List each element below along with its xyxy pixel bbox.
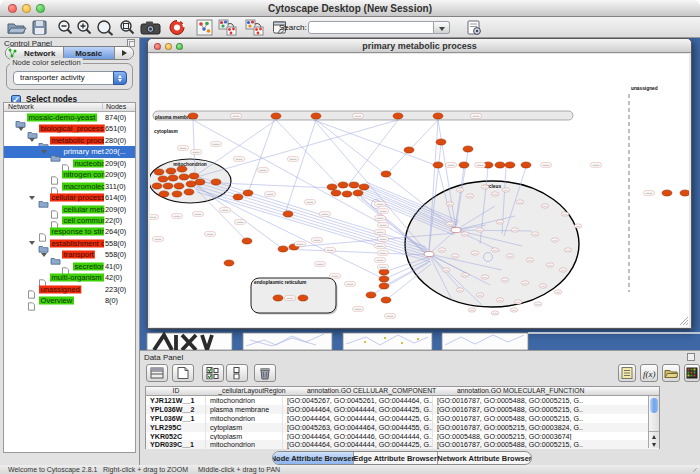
data-panel-float-icon[interactable] [687, 353, 695, 361]
tree-row[interactable]: multi-organism pro42(0) [4, 272, 135, 283]
table-cell[interactable]: mitochondrion [206, 414, 283, 423]
node[interactable] [243, 190, 253, 196]
import-attributes-icon[interactable] [662, 364, 680, 382]
node[interactable] [379, 283, 389, 289]
table-cell[interactable]: cytoplasm [206, 432, 283, 441]
color-attribute-dropdown[interactable]: transporter activity [13, 71, 127, 85]
tree-row[interactable]: nucleobase-209(0) [4, 158, 135, 169]
expand-triangle-icon[interactable] [29, 138, 35, 142]
tree-row[interactable]: establishment of lo558(0) [4, 238, 135, 249]
node[interactable] [379, 269, 389, 275]
table-cell[interactable]: [GO:0005488, GO:0005215, GO:0003674] [433, 432, 583, 441]
tree-row[interactable]: metabolic process280(0) [4, 135, 135, 146]
table-cell[interactable]: [GO:0016787, GO:0005488, GO:0005215, G..… [433, 414, 583, 423]
node[interactable] [366, 292, 376, 298]
node[interactable] [505, 162, 515, 168]
search-input[interactable] [308, 21, 434, 34]
table-scrollbar[interactable] [648, 396, 659, 448]
node[interactable] [436, 139, 446, 145]
attribute-table-header[interactable]: ID _cellularLayoutRegion annotation.GO C… [146, 387, 659, 396]
node[interactable] [177, 166, 187, 172]
attribute-select-icon[interactable] [146, 364, 168, 382]
edge[interactable] [200, 120, 398, 176]
apply-layout-2-icon[interactable] [245, 19, 264, 36]
tree-row[interactable]: mosaic-demo-yeast874(0) [4, 112, 135, 123]
open-icon[interactable] [5, 19, 27, 36]
node[interactable] [381, 297, 391, 303]
node[interactable] [495, 162, 505, 168]
table-row[interactable]: YJR121W__1mitochondrion[GO:0045267, GO:0… [146, 396, 659, 405]
node[interactable] [224, 260, 234, 266]
node[interactable] [433, 113, 443, 119]
node[interactable] [242, 238, 252, 244]
table-cell[interactable]: [GO:0016787, GO:0005215, GO:0003824, G..… [433, 423, 583, 432]
node[interactable] [662, 190, 672, 196]
background-windows[interactable] [140, 330, 700, 350]
tree-row[interactable]: nitrogen compo209(0) [4, 169, 135, 180]
expand-triangle-icon[interactable] [41, 253, 47, 257]
tree-row[interactable]: cellular metabo209(0) [4, 204, 135, 215]
node[interactable] [179, 174, 189, 180]
network-canvas[interactable]: plasma membranecytoplasmmitochondrionnuc… [150, 54, 689, 327]
node[interactable] [298, 295, 308, 301]
canvas-resize-grip[interactable] [680, 317, 688, 325]
table-cell[interactable]: [GO:0044464, GO:0044446, GO:0044444, G..… [283, 432, 433, 441]
table-cell[interactable]: plasma membrane [206, 405, 283, 414]
node[interactable] [359, 184, 369, 190]
hub-node[interactable] [451, 227, 461, 232]
node[interactable] [211, 179, 221, 185]
network-overview-icon[interactable] [196, 19, 213, 36]
node[interactable] [184, 189, 194, 195]
zoom-fit-icon[interactable] [96, 19, 115, 36]
search-dropdown-icon[interactable] [434, 21, 450, 34]
node[interactable] [233, 194, 243, 200]
tree-row[interactable]: cell communicat22(0) [4, 215, 135, 226]
node[interactable] [163, 183, 173, 189]
network-view-window[interactable]: primary metabolic process plasma membran… [147, 38, 692, 329]
table-cell[interactable]: cytoplasm [206, 423, 283, 432]
save-icon[interactable] [31, 19, 49, 36]
hub-node[interactable] [424, 251, 434, 256]
node[interactable] [342, 191, 352, 197]
tree-header[interactable]: Network Nodes [4, 103, 135, 112]
tab-network-attribute-browser[interactable]: Network Attribute Browser [438, 452, 531, 464]
table-cell[interactable]: [GO:0016787, GO:0005488, GO:0005215, G..… [433, 396, 583, 405]
tree-row[interactable]: primary metabo209(... [4, 146, 135, 157]
attribute-list-icon[interactable] [618, 364, 636, 382]
edge[interactable] [276, 120, 340, 187]
tree-row[interactable]: biological_process651(0) [4, 123, 135, 134]
table-cell[interactable]: [GO:0016787, GO:0005488, GO:0005215, G..… [433, 440, 583, 449]
tree-row[interactable]: Overview8(0) [4, 295, 135, 306]
node[interactable] [521, 162, 531, 168]
node[interactable] [186, 181, 196, 187]
table-row[interactable]: YKR052Ccytoplasm[GO:0044464, GO:0044446,… [146, 432, 659, 441]
tree-row[interactable]: transport558(0) [4, 249, 135, 260]
node[interactable] [195, 179, 205, 185]
table-row[interactable]: YDR039C__1mitochondrion[GO:0044464, GO:0… [146, 440, 659, 449]
node[interactable] [338, 182, 348, 188]
search-options-icon[interactable] [466, 19, 483, 36]
node[interactable] [379, 276, 389, 282]
table-cell[interactable]: YPL036W__1 [146, 414, 206, 423]
tree-row[interactable]: cellular process614(0) [4, 192, 135, 203]
table-cell[interactable]: mitochondrion [206, 396, 283, 405]
formula-icon[interactable]: f(x) [640, 364, 658, 382]
table-row[interactable]: YPL036W__2plasma membrane[GO:0044464, GO… [146, 405, 659, 414]
node[interactable] [271, 113, 281, 119]
tree-row[interactable]: unassigned223(0) [4, 284, 135, 295]
node[interactable] [331, 190, 341, 196]
node[interactable] [152, 183, 162, 189]
table-cell[interactable]: [GO:0044464, GO:0044444, GO:0044425, G..… [283, 414, 433, 423]
apply-layout-1-icon[interactable] [218, 19, 237, 36]
new-attribute-icon[interactable] [172, 364, 194, 382]
table-cell[interactable]: mitochondrion [206, 440, 283, 449]
resize-grip[interactable] [691, 466, 697, 472]
tree-row[interactable]: response to stimulu264(0) [4, 226, 135, 237]
node[interactable] [433, 162, 443, 168]
expand-triangle-icon[interactable] [18, 127, 24, 131]
node[interactable] [172, 191, 182, 197]
table-row[interactable]: YPL036W__1mitochondrion[GO:0044464, GO:0… [146, 414, 659, 423]
table-cell[interactable]: [GO:0044464, GO:0044444, GO:0044425, G..… [283, 440, 433, 449]
table-cell[interactable]: [GO:0044464, GO:0044444, GO:0044425, G..… [283, 405, 433, 414]
snapshot-icon[interactable] [140, 19, 162, 36]
